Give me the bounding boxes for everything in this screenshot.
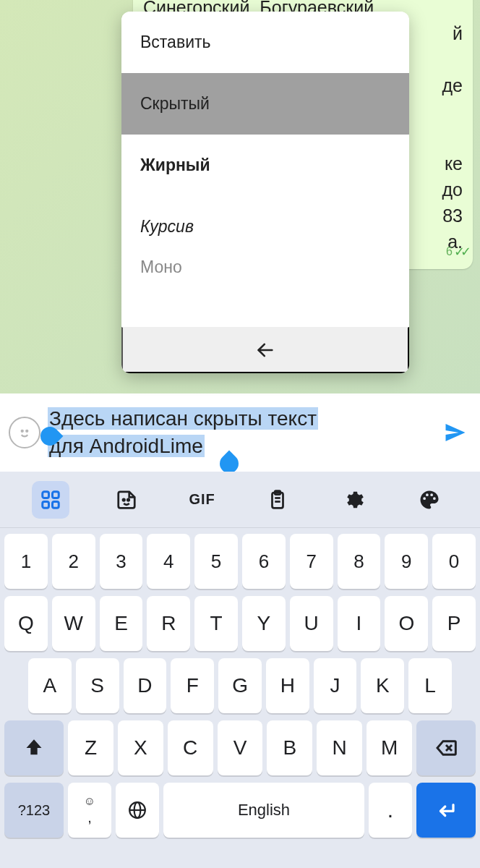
emoji-button[interactable] — [9, 417, 40, 448]
svg-rect-3 — [43, 491, 49, 498]
kbd-gif-button[interactable]: GIF — [184, 481, 221, 519]
key-6[interactable]: 6 — [242, 534, 286, 589]
key-t[interactable]: T — [194, 596, 238, 651]
chat-background: Синегорский, Богураевский, й де ке до 83… — [0, 0, 480, 393]
menu-mono-partial[interactable]: Моно — [121, 258, 409, 294]
kbd-settings-button[interactable] — [335, 481, 372, 519]
menu-paste[interactable]: Вставить — [121, 12, 409, 73]
key-f[interactable]: F — [171, 658, 214, 713]
selected-text-line1: Здесь написан скрыты текст — [48, 407, 318, 430]
key-h[interactable]: H — [266, 658, 309, 713]
key-q[interactable]: Q — [4, 596, 48, 651]
smile-icon — [15, 423, 34, 442]
bottom-row: ?123 ☺ , English . — [4, 783, 476, 838]
key-5[interactable]: 5 — [194, 534, 238, 589]
kbd-apps-button[interactable] — [32, 481, 69, 519]
letter-row-3: ZXCVBNM — [4, 720, 476, 775]
key-m[interactable]: M — [367, 720, 412, 775]
space-key[interactable]: English — [163, 783, 364, 838]
key-2[interactable]: 2 — [52, 534, 95, 589]
key-8[interactable]: 8 — [338, 534, 381, 589]
sticker-icon — [116, 489, 137, 511]
keyboard-toolbar: GIF — [0, 472, 480, 528]
key-e[interactable]: E — [100, 596, 143, 651]
key-9[interactable]: 9 — [385, 534, 428, 589]
svg-point-1 — [22, 430, 23, 432]
send-icon — [442, 420, 468, 446]
message-input[interactable]: Здесь написан скрыты текст для AndroidLi… — [48, 405, 432, 460]
language-key[interactable] — [116, 783, 159, 838]
context-menu: Вставить Скрытый Жирный Курсив Моно — [121, 12, 409, 373]
key-w[interactable]: W — [52, 596, 95, 651]
key-a[interactable]: A — [28, 658, 72, 713]
number-row: 1234567890 — [4, 534, 476, 589]
letter-row-1: QWERTYUIOP — [4, 596, 476, 651]
enter-icon — [435, 799, 457, 821]
key-v[interactable]: V — [218, 720, 263, 775]
comma-key[interactable]: ☺ , — [68, 783, 111, 838]
backspace-icon — [434, 736, 458, 760]
key-g[interactable]: G — [218, 658, 262, 713]
palette-icon — [419, 489, 440, 511]
key-c[interactable]: C — [168, 720, 213, 775]
menu-hidden[interactable]: Скрытый — [121, 73, 409, 135]
key-7[interactable]: 7 — [290, 534, 333, 589]
key-n[interactable]: N — [317, 720, 362, 775]
key-4[interactable]: 4 — [147, 534, 190, 589]
key-s[interactable]: S — [76, 658, 119, 713]
key-0[interactable]: 0 — [432, 534, 476, 589]
svg-rect-4 — [53, 491, 59, 498]
symbols-key[interactable]: ?123 — [4, 783, 64, 838]
svg-point-2 — [26, 430, 27, 432]
key-x[interactable]: X — [118, 720, 163, 775]
key-j[interactable]: J — [314, 658, 357, 713]
comma-label: , — [87, 809, 92, 826]
clipboard-icon — [267, 489, 288, 511]
key-r[interactable]: R — [147, 596, 190, 651]
svg-point-8 — [127, 498, 129, 501]
menu-back-button[interactable] — [121, 327, 409, 373]
key-u[interactable]: U — [290, 596, 333, 651]
send-button[interactable] — [440, 417, 471, 448]
svg-rect-5 — [43, 501, 49, 508]
backspace-key[interactable] — [416, 720, 476, 775]
letter-row-2: ASDFGHJKL — [4, 658, 476, 713]
gear-icon — [343, 489, 364, 511]
selected-text-line2: для AndroidLime — [48, 435, 205, 457]
key-l[interactable]: L — [408, 658, 452, 713]
arrow-left-icon — [255, 340, 275, 360]
key-k[interactable]: K — [361, 658, 404, 713]
kbd-sticker-button[interactable] — [108, 481, 145, 519]
period-key[interactable]: . — [369, 783, 412, 838]
message-input-bar: Здесь написан скрыты текст для AndroidLi… — [0, 393, 480, 472]
svg-rect-6 — [53, 501, 59, 508]
shift-key[interactable] — [4, 720, 64, 775]
key-i[interactable]: I — [338, 596, 381, 651]
key-z[interactable]: Z — [68, 720, 113, 775]
key-o[interactable]: O — [385, 596, 428, 651]
msg-time: 6 — [446, 239, 453, 265]
kbd-theme-button[interactable] — [411, 481, 448, 519]
globe-icon — [128, 801, 147, 820]
svg-point-7 — [123, 498, 125, 501]
key-1[interactable]: 1 — [4, 534, 48, 589]
menu-bold[interactable]: Жирный — [121, 135, 409, 196]
key-y[interactable]: Y — [242, 596, 286, 651]
key-b[interactable]: B — [267, 720, 312, 775]
kbd-clipboard-button[interactable] — [259, 481, 296, 519]
comma-emoji-hint: ☺ — [84, 795, 95, 808]
shift-icon — [24, 738, 44, 758]
menu-italic[interactable]: Курсив — [121, 196, 409, 258]
keyboard: GIF 1234567890 QWERTYUIOP ASDFGHJKL ZXCV… — [0, 472, 480, 868]
enter-key[interactable] — [416, 783, 476, 838]
key-3[interactable]: 3 — [100, 534, 143, 589]
grid-icon — [40, 489, 61, 511]
key-p[interactable]: P — [432, 596, 476, 651]
read-checks-icon: ✓✓ — [454, 239, 467, 265]
key-rows: 1234567890 QWERTYUIOP ASDFGHJKL ZXCVBNM … — [0, 528, 480, 868]
key-d[interactable]: D — [124, 658, 167, 713]
